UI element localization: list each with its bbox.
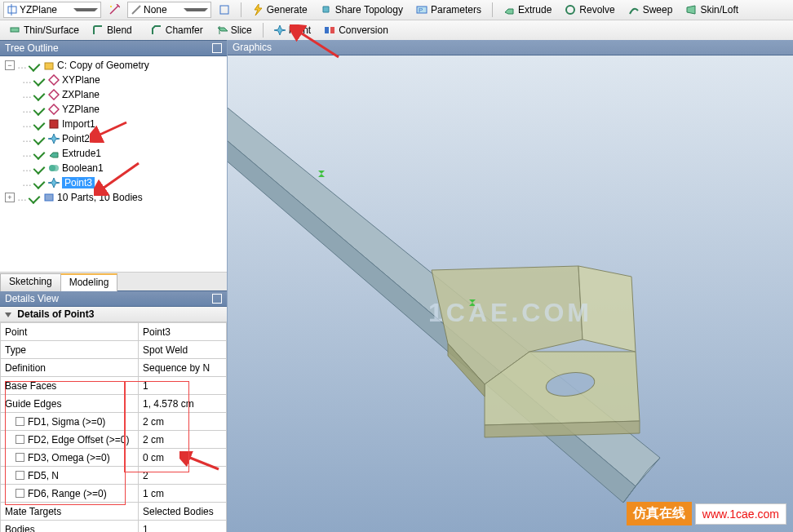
parameters-button[interactable]: P Parameters bbox=[410, 2, 487, 17]
details-value[interactable]: 1 bbox=[139, 521, 227, 533]
revolve-icon bbox=[565, 4, 576, 16]
skinloft-icon bbox=[685, 4, 697, 16]
details-value[interactable]: Point3 bbox=[139, 323, 227, 341]
sketch-combo[interactable]: None bbox=[127, 2, 211, 18]
tree-outline-header: Tree Outline bbox=[0, 40, 227, 56]
details-value[interactable]: 2 cm bbox=[139, 413, 227, 431]
sketch-edit-button[interactable] bbox=[213, 2, 236, 17]
sweep-button[interactable]: Sweep bbox=[622, 2, 679, 17]
generate-button[interactable]: Generate bbox=[246, 2, 313, 17]
generate-label: Generate bbox=[267, 4, 308, 16]
details-row[interactable]: TypeSpot Weld bbox=[1, 341, 227, 359]
expand-icon[interactable]: + bbox=[5, 193, 15, 202]
details-value[interactable]: 2 bbox=[139, 467, 227, 485]
chamfer-button[interactable]: Chamfer bbox=[145, 23, 209, 38]
collapse-icon[interactable]: − bbox=[5, 60, 15, 70]
conversion-label: Conversion bbox=[339, 24, 388, 36]
point-icon bbox=[48, 133, 60, 144]
slice-button[interactable]: Slice bbox=[210, 23, 258, 38]
details-label: Point bbox=[1, 323, 139, 341]
details-row[interactable]: PointPoint3 bbox=[1, 323, 227, 341]
skin-loft-button[interactable]: Skin/Loft bbox=[680, 2, 744, 17]
details-value[interactable]: 1 cm bbox=[139, 485, 227, 503]
details-label: Type bbox=[1, 341, 139, 359]
details-row[interactable]: FD6, Range (>=0)1 cm bbox=[1, 485, 227, 503]
sketch-new-button[interactable] bbox=[103, 2, 126, 17]
thin-surface-icon bbox=[9, 24, 20, 36]
blend-button[interactable]: Blend bbox=[86, 23, 144, 38]
details-row[interactable]: Bodies1 bbox=[1, 521, 227, 533]
details-row[interactable]: Base Faces1 bbox=[1, 377, 227, 395]
parts-icon bbox=[43, 192, 55, 203]
checkbox-icon[interactable] bbox=[16, 435, 24, 444]
details-value[interactable]: Selected Bodies bbox=[139, 503, 227, 521]
lightning-icon bbox=[252, 4, 264, 16]
tree-item-boolean1[interactable]: …Boolean1 bbox=[2, 161, 225, 175]
checkbox-icon[interactable] bbox=[16, 453, 24, 462]
extrude-icon bbox=[48, 148, 60, 159]
svg-rect-11 bbox=[50, 120, 58, 128]
tree-item-label: Extrude1 bbox=[62, 148, 101, 159]
plane-icon bbox=[7, 4, 18, 16]
share-topology-button[interactable]: Share Topology bbox=[315, 2, 409, 17]
details-row[interactable]: FD1, Sigma (>=0)2 cm bbox=[1, 413, 227, 431]
tree-item-label: ZXPlane bbox=[62, 89, 100, 100]
details-row[interactable]: DefinitionSequence by N bbox=[1, 359, 227, 377]
graphics-header: Graphics bbox=[228, 40, 793, 55]
checkbox-icon[interactable] bbox=[16, 417, 24, 426]
watermark-brand: 仿真在线 www.1cae.com bbox=[627, 502, 786, 525]
details-value[interactable]: 0 cm bbox=[139, 449, 227, 467]
details-value[interactable]: 1, 4.578 cm bbox=[139, 395, 227, 413]
extrude-button[interactable]: Extrude bbox=[498, 2, 557, 17]
graphics-viewport[interactable]: Graphics 1CAE.COM 仿真在线 www.1c bbox=[228, 40, 793, 532]
chamfer-icon bbox=[151, 24, 162, 36]
tree-item-yzplane[interactable]: …YZPlane bbox=[2, 102, 225, 117]
tree-item-point3[interactable]: …Point3 bbox=[2, 175, 225, 190]
tree-item-parts[interactable]: + … 10 Parts, 10 Bodies bbox=[2, 190, 225, 205]
tree-root[interactable]: − … C: Copy of Geometry bbox=[2, 58, 225, 73]
pin-icon[interactable] bbox=[212, 294, 222, 304]
checkbox-icon[interactable] bbox=[16, 489, 24, 498]
details-row[interactable]: FD3, Omega (>=0)0 cm bbox=[1, 449, 227, 467]
pencil-icon bbox=[131, 4, 142, 16]
details-label: FD6, Range (>=0) bbox=[1, 485, 139, 503]
checkbox-icon[interactable] bbox=[16, 471, 24, 480]
conversion-button[interactable]: Conversion bbox=[318, 23, 394, 38]
point-icon bbox=[274, 24, 286, 36]
details-view-title: Details View bbox=[5, 293, 59, 304]
collapse-icon[interactable] bbox=[5, 313, 11, 317]
details-value[interactable]: 2 cm bbox=[139, 431, 227, 449]
tree-outline[interactable]: − … C: Copy of Geometry …XYPlane …ZXPlan… bbox=[0, 56, 227, 272]
tab-modeling[interactable]: Modeling bbox=[60, 273, 118, 291]
details-header: Details of Point3 bbox=[0, 307, 227, 322]
details-row[interactable]: Mate TargetsSelected Bodies bbox=[1, 503, 227, 521]
details-row[interactable]: FD2, Edge Offset (>=0)2 cm bbox=[1, 431, 227, 449]
plane-combo[interactable]: YZPlane bbox=[3, 2, 101, 18]
tree-item-import1[interactable]: …Import1 bbox=[2, 117, 225, 131]
plane-icon bbox=[48, 104, 60, 115]
tree-item-extrude1[interactable]: …Extrude1 bbox=[2, 146, 225, 161]
tree-item-label: Point2 bbox=[62, 133, 90, 144]
pin-icon[interactable] bbox=[212, 43, 222, 53]
point-button[interactable]: Point bbox=[268, 23, 317, 38]
tree-item-xyplane[interactable]: …XYPlane bbox=[2, 73, 225, 87]
details-row[interactable]: Guide Edges1, 4.578 cm bbox=[1, 395, 227, 413]
tree-root-label: C: Copy of Geometry bbox=[57, 60, 149, 71]
revolve-label: Revolve bbox=[579, 4, 614, 16]
tree-item-label: Boolean1 bbox=[62, 162, 104, 174]
details-label: FD3, Omega (>=0) bbox=[1, 449, 139, 467]
details-value[interactable]: 1 bbox=[139, 377, 227, 395]
details-label: FD5, N bbox=[1, 467, 139, 485]
tree-item-point2[interactable]: …Point2 bbox=[2, 131, 225, 146]
details-value[interactable]: Sequence by N bbox=[139, 359, 227, 377]
details-row[interactable]: FD5, N2 bbox=[1, 467, 227, 485]
details-label: Guide Edges bbox=[1, 395, 139, 413]
tree-item-zxplane[interactable]: …ZXPlane bbox=[2, 87, 225, 102]
thin-surface-button[interactable]: Thin/Surface bbox=[3, 23, 85, 38]
plane-icon bbox=[48, 74, 60, 86]
details-table: PointPoint3TypeSpot WeldDefinitionSequen… bbox=[0, 322, 227, 532]
point-label: Point bbox=[289, 24, 311, 36]
details-value[interactable]: Spot Weld bbox=[139, 341, 227, 359]
tab-sketching[interactable]: Sketching bbox=[0, 273, 61, 291]
revolve-button[interactable]: Revolve bbox=[559, 2, 620, 17]
